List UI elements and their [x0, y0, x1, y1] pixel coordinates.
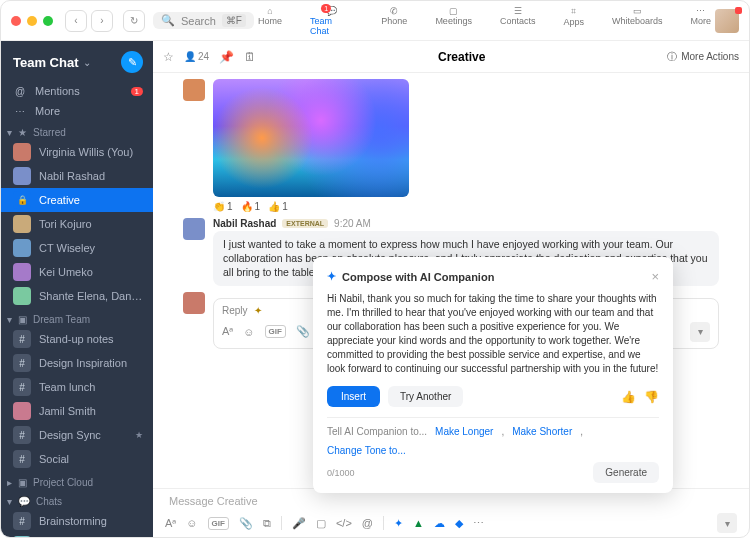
window-controls	[11, 16, 53, 26]
reaction-clap[interactable]: 👏1	[213, 201, 233, 212]
avatar-icon	[13, 143, 31, 161]
external-badge: EXTERNAL	[282, 219, 328, 228]
members-button[interactable]: 👤24	[184, 51, 209, 62]
tab-apps[interactable]: ⌗Apps	[559, 4, 588, 38]
sidebar-item-sheree[interactable]: Sheree Aubrey	[1, 533, 153, 537]
reaction-thumbsup[interactable]: 👍1	[268, 201, 288, 212]
change-tone-link[interactable]: Change Tone to...	[327, 445, 406, 456]
video-icon: ▢	[449, 6, 458, 16]
sidebar-item-creative[interactable]: 🔒Creative	[1, 188, 153, 212]
make-longer-link[interactable]: Make Longer	[435, 426, 493, 437]
sidebar-title[interactable]: Team Chat ⌄	[13, 55, 91, 70]
sidebar-item-design-insp[interactable]: #Design Inspiration	[1, 351, 153, 375]
drive-button[interactable]: ▲	[413, 517, 424, 529]
emoji-button[interactable]: ☺	[186, 517, 197, 529]
sidebar-item-jamil[interactable]: Jamil Smith	[1, 399, 153, 423]
channel-icon: #	[13, 426, 31, 444]
sidebar-mentions[interactable]: @ Mentions 1	[1, 81, 153, 101]
chevron-right-icon: ▸	[7, 477, 12, 488]
reaction-fire[interactable]: 🔥1	[241, 201, 261, 212]
tab-home[interactable]: ⌂Home	[254, 4, 286, 38]
app-button[interactable]: ◆	[455, 517, 463, 530]
attachment-button[interactable]: 📎	[239, 517, 253, 530]
sidebar-item-design-sync[interactable]: #Design Sync★	[1, 423, 153, 447]
tab-whiteboards[interactable]: ▭Whiteboards	[608, 4, 667, 38]
channel-header: ☆ 👤24 📌 🗓 Creative ⓘMore Actions	[153, 41, 749, 73]
close-button[interactable]: ×	[651, 269, 659, 284]
image-attachment[interactable]	[213, 79, 409, 197]
search-input[interactable]: 🔍 Search ⌘F	[153, 12, 254, 29]
apps-icon: ⌗	[571, 6, 576, 17]
chevron-down-icon: ▾	[7, 314, 12, 325]
sidebar-item-team-lunch[interactable]: #Team lunch	[1, 375, 153, 399]
emoji-button[interactable]: ☺	[243, 326, 254, 338]
gif-button[interactable]: GIF	[208, 517, 229, 530]
try-another-button[interactable]: Try Another	[388, 386, 463, 407]
close-window-icon[interactable]	[11, 16, 21, 26]
sidebar-item-ct[interactable]: CT Wiseley	[1, 236, 153, 260]
sparkle-icon: ✦	[327, 270, 336, 283]
star-channel-button[interactable]: ☆	[163, 50, 174, 64]
sidebar-more[interactable]: ⋯ More	[1, 101, 153, 121]
maximize-window-icon[interactable]	[43, 16, 53, 26]
section-dream-team[interactable]: ▾ ▣ Dream Team	[1, 308, 153, 327]
cloud-button[interactable]: ☁	[434, 517, 445, 530]
format-button[interactable]: Aᵃ	[165, 517, 176, 530]
video-clip-button[interactable]: ▢	[316, 517, 326, 530]
attachment-button[interactable]: 📎	[296, 325, 310, 338]
thumbs-up-button[interactable]: 👍	[621, 390, 636, 404]
ai-compose-button[interactable]: ✦	[394, 517, 403, 530]
format-button[interactable]: Aᵃ	[222, 325, 233, 338]
ai-prompt-placeholder[interactable]: Tell AI Companion to...	[327, 426, 427, 437]
filter-button[interactable]: ▾	[690, 322, 710, 342]
sidebar-item-tori[interactable]: Tori Kojuro	[1, 212, 153, 236]
section-chats[interactable]: ▾ 💬 Chats	[1, 490, 153, 509]
filter-icon: ▾	[725, 518, 730, 529]
tab-team-chat[interactable]: 💬1Team Chat	[306, 4, 357, 38]
make-shorter-link[interactable]: Make Shorter	[512, 426, 572, 437]
new-message-button[interactable]: ✎	[121, 51, 143, 73]
tab-contacts[interactable]: ☰Contacts	[496, 4, 540, 38]
sidebar-item-standup[interactable]: #Stand-up notes	[1, 327, 153, 351]
thumbs-down-button[interactable]: 👎	[644, 390, 659, 404]
lock-icon: 🔒	[13, 191, 31, 209]
calendar-button[interactable]: 🗓	[244, 50, 256, 64]
user-avatar[interactable]	[715, 9, 739, 33]
composer-input[interactable]: Message Creative	[165, 493, 737, 513]
ai-compose-popover: ✦ Compose with AI Companion × Hi Nabil, …	[313, 257, 673, 493]
more-apps-button[interactable]: ⋯	[473, 517, 484, 530]
message-composer: Message Creative Aᵃ ☺ GIF 📎 ⧉ 🎤 ▢ </> @ …	[153, 488, 749, 537]
screenshot-button[interactable]: ⧉	[263, 517, 271, 530]
mention-button[interactable]: @	[362, 517, 373, 529]
mentions-badge: 1	[131, 87, 143, 96]
sidebar-item-shante[interactable]: Shante Elena, Daniel Bow...	[1, 284, 153, 308]
nav-forward-button[interactable]: ›	[91, 10, 113, 32]
message-author[interactable]: Nabil Rashad	[213, 218, 276, 229]
sidebar-item-nabil[interactable]: Nabil Rashad	[1, 164, 153, 188]
generate-button[interactable]: Generate	[593, 462, 659, 483]
pin-button[interactable]: 📌	[219, 50, 234, 64]
code-button[interactable]: </>	[336, 517, 352, 529]
minimize-window-icon[interactable]	[27, 16, 37, 26]
more-icon: ⋯	[13, 104, 27, 118]
folder-icon: ▣	[18, 477, 27, 488]
history-button[interactable]: ↻	[123, 10, 145, 32]
sidebar-item-kei[interactable]: Kei Umeko	[1, 260, 153, 284]
ai-generated-text: Hi Nabil, thank you so much for taking t…	[327, 292, 659, 376]
tab-more[interactable]: ⋯More	[686, 4, 715, 38]
nav-back-button[interactable]: ‹	[65, 10, 87, 32]
tab-phone[interactable]: ✆Phone	[377, 4, 411, 38]
recording-indicator-icon	[735, 7, 742, 14]
tab-meetings[interactable]: ▢Meetings	[431, 4, 476, 38]
insert-button[interactable]: Insert	[327, 386, 380, 407]
more-actions-button[interactable]: ⓘMore Actions	[667, 50, 739, 64]
sidebar-item-brainstorming[interactable]: #Brainstorming	[1, 509, 153, 533]
mic-button[interactable]: 🎤	[292, 517, 306, 530]
section-project-cloud[interactable]: ▸ ▣ Project Cloud	[1, 471, 153, 490]
sidebar-item-social[interactable]: #Social	[1, 447, 153, 471]
gif-button[interactable]: GIF	[265, 325, 286, 338]
filter-button[interactable]: ▾	[717, 513, 737, 533]
sidebar-item-virginia[interactable]: Virginia Willis (You)	[1, 140, 153, 164]
section-starred[interactable]: ▾ ★ Starred	[1, 121, 153, 140]
phone-icon: ✆	[390, 6, 398, 16]
